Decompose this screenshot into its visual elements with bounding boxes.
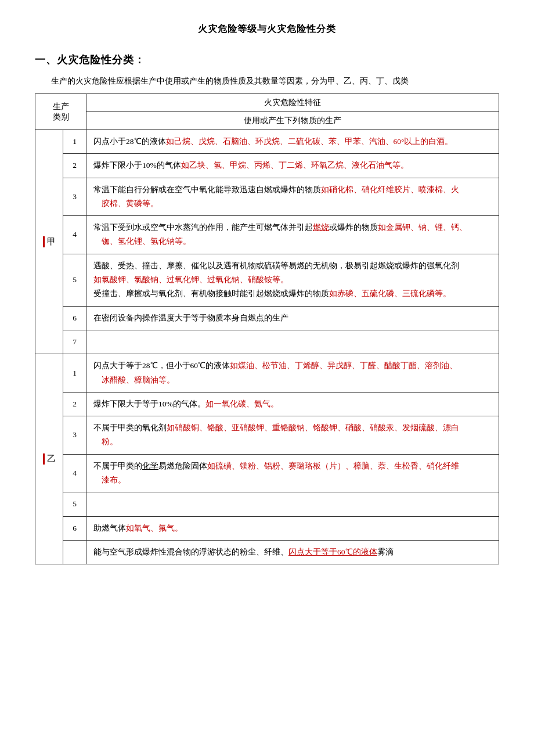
item-num <box>63 540 86 564</box>
table-row: 6 助燃气体如氧气、氟气。 <box>35 516 499 540</box>
header-fire-char: 火灾危险性特征 <box>86 94 499 112</box>
item-num: 3 <box>63 416 86 455</box>
item-num: 4 <box>63 216 86 254</box>
item-content: 助燃气体如氧气、氟气。 <box>86 516 499 540</box>
item-content: 闪点大于等于28℃，但小于60℃的液体如煤油、松节油、丁烯醇、异戊醇、丁醛、醋酸… <box>86 354 499 393</box>
main-table: 生产类别 火灾危险性特征 使用或产生下列物质的生产 甲 1 闪点小于28℃的液体… <box>35 93 499 564</box>
item-content: 常温下能自行分解或在空气中氧化能导致迅速自燃或爆炸的物质如硝化棉、硝化纤维胶片、… <box>86 178 499 216</box>
table-row: 5 <box>35 492 499 516</box>
item-content <box>86 492 499 516</box>
item-num: 3 <box>63 178 86 216</box>
table-row: 3 常温下能自行分解或在空气中氧化能导致迅速自燃或爆炸的物质如硝化棉、硝化纤维胶… <box>35 178 499 216</box>
header-shengchan: 生产类别 <box>35 94 86 130</box>
table-row: 3 不属于甲类的氧化剂如硝酸铜、铬酸、亚硝酸钾、重铬酸钠、铬酸钾、硝酸、硝酸汞、… <box>35 416 499 455</box>
item-content: 不属于甲类的氧化剂如硝酸铜、铬酸、亚硝酸钾、重铬酸钠、铬酸钾、硝酸、硝酸汞、发烟… <box>86 416 499 455</box>
item-num: 6 <box>63 306 86 330</box>
item-content: 能与空气形成爆炸性混合物的浮游状态的粉尘、纤维、闪点大于等于60℃的液体雾滴 <box>86 540 499 564</box>
table-row: 乙 1 闪点大于等于28℃，但小于60℃的液体如煤油、松节油、丁烯醇、异戊醇、丁… <box>35 354 499 393</box>
item-content <box>86 330 499 354</box>
table-row: 4 不属于甲类的化学易燃危险固体如硫磺、镁粉、铝粉、赛璐珞板（片）、樟脑、萘、生… <box>35 454 499 492</box>
item-content: 不属于甲类的化学易燃危险固体如硫磺、镁粉、铝粉、赛璐珞板（片）、樟脑、萘、生松香… <box>86 454 499 492</box>
table-row: 4 常温下受到水或空气中水蒸汽的作用，能产生可燃气体并引起燃烧或爆炸的物质如金属… <box>35 216 499 254</box>
item-num: 6 <box>63 516 86 540</box>
item-num: 1 <box>63 354 86 393</box>
category-jia: 甲 <box>35 130 63 354</box>
section1-heading: 一、火灾危险性分类： <box>35 53 499 67</box>
item-num: 4 <box>63 454 86 492</box>
category-yi: 乙 <box>35 354 63 564</box>
item-content: 闪点小于28℃的液体如己烷、戊烷、石脑油、环戊烷、二硫化碳、苯、甲苯、汽油、60… <box>86 130 499 154</box>
item-content: 爆炸下限小于10%的气体如乙块、氢、甲烷、丙烯、丁二烯、环氧乙烷、液化石油气等。 <box>86 154 499 178</box>
table-row: 7 <box>35 330 499 354</box>
item-content: 爆炸下限大于等于10%的气体。如一氧化碳、氨气。 <box>86 392 499 416</box>
intro-text: 生产的火灾危险性应根据生产中使用或产生的物质性质及其数量等因素，分为甲、乙、丙、… <box>35 76 499 87</box>
item-content: 在密闭设备内操作温度大于等于物质本身自燃点的生产 <box>86 306 499 330</box>
table-row: 2 爆炸下限小于10%的气体如乙块、氢、甲烷、丙烯、丁二烯、环氧乙烷、液化石油气… <box>35 154 499 178</box>
page-title: 火灾危险等级与火灾危险性分类 <box>35 23 499 35</box>
item-num: 7 <box>63 330 86 354</box>
item-num: 1 <box>63 130 86 154</box>
item-num: 5 <box>63 254 86 306</box>
header-usage: 使用或产生下列物质的生产 <box>86 112 499 130</box>
table-row: 能与空气形成爆炸性混合物的浮游状态的粉尘、纤维、闪点大于等于60℃的液体雾滴 <box>35 540 499 564</box>
item-content: 常温下受到水或空气中水蒸汽的作用，能产生可燃气体并引起燃烧或爆炸的物质如金属钾、… <box>86 216 499 254</box>
table-row: 5 遇酸、受热、撞击、摩擦、催化以及遇有机物或硫磺等易燃的无机物，极易引起燃烧或… <box>35 254 499 306</box>
item-num: 2 <box>63 392 86 416</box>
table-row: 6 在密闭设备内操作温度大于等于物质本身自燃点的生产 <box>35 306 499 330</box>
table-row: 2 爆炸下限大于等于10%的气体。如一氧化碳、氨气。 <box>35 392 499 416</box>
item-num: 5 <box>63 492 86 516</box>
item-num: 2 <box>63 154 86 178</box>
item-content: 遇酸、受热、撞击、摩擦、催化以及遇有机物或硫磺等易燃的无机物，极易引起燃烧或爆炸… <box>86 254 499 306</box>
table-row: 甲 1 闪点小于28℃的液体如己烷、戊烷、石脑油、环戊烷、二硫化碳、苯、甲苯、汽… <box>35 130 499 154</box>
